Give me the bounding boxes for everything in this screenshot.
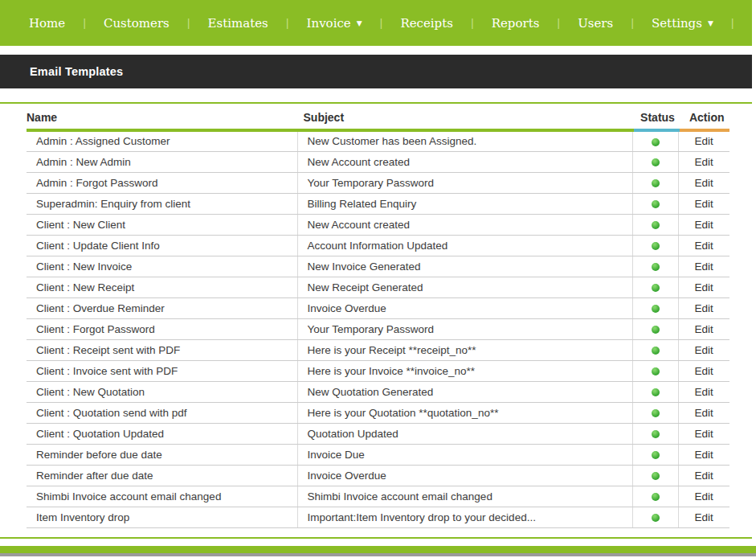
edit-link[interactable]: Edit: [695, 344, 713, 356]
edit-link[interactable]: Edit: [695, 428, 713, 440]
nav-item-label: Invoice: [307, 16, 351, 31]
template-subject-cell: Billing Related Enquiry: [297, 193, 632, 214]
template-action-cell: Edit: [678, 151, 729, 172]
template-status-cell: [632, 423, 678, 444]
template-action-cell: Edit: [678, 402, 729, 423]
template-subject-cell: Invoice Overdue: [297, 297, 632, 318]
template-status-cell: [632, 465, 678, 486]
page-title: Email Templates: [30, 65, 123, 78]
edit-link[interactable]: Edit: [695, 323, 713, 335]
template-action-cell: Edit: [678, 486, 729, 507]
nav-item-receipts[interactable]: Receipts: [400, 16, 453, 31]
chevron-down-icon: ▼: [708, 19, 713, 27]
edit-link[interactable]: Edit: [695, 407, 713, 419]
nav-separator: |: [557, 17, 560, 29]
edit-link[interactable]: Edit: [695, 449, 713, 461]
nav-item-estimates[interactable]: Estimates: [208, 16, 268, 31]
table-row: Admin : Forgot Password Your Temporary P…: [27, 172, 729, 193]
table-header-row: Name Subject Status Action: [27, 104, 729, 130]
template-action-cell: Edit: [678, 193, 729, 214]
edit-link[interactable]: Edit: [695, 177, 713, 189]
edit-link[interactable]: Edit: [695, 365, 713, 377]
email-templates-section: Name Subject Status Action Admin : Assig…: [27, 104, 729, 528]
template-subject-cell: Important:Item Inventory drop to your de…: [297, 507, 632, 527]
status-dot[interactable]: [652, 158, 660, 166]
status-dot[interactable]: [652, 242, 660, 250]
nav-item-settings[interactable]: Settings▼: [652, 16, 713, 31]
nav-item-invoice[interactable]: Invoice▼: [307, 16, 362, 31]
template-subject-cell: New Invoice Generated: [297, 256, 632, 277]
template-name-cell: Client : Invoice sent with PDF: [27, 360, 297, 381]
status-dot[interactable]: [652, 514, 660, 522]
edit-link[interactable]: Edit: [695, 240, 713, 252]
status-dot[interactable]: [652, 138, 660, 146]
template-status-cell: [632, 277, 678, 297]
template-status-cell: [632, 360, 678, 381]
template-subject-cell: Here is your Quotation **quotation_no**: [297, 402, 632, 423]
footer-gray-bar: [0, 553, 756, 556]
status-dot[interactable]: [652, 367, 660, 375]
column-header-name: Name: [27, 104, 297, 130]
template-name-cell: Client : Update Client Info: [27, 235, 297, 256]
table-row: Client : Invoice sent with PDF Here is y…: [27, 360, 729, 381]
status-dot[interactable]: [652, 263, 660, 271]
status-dot[interactable]: [652, 493, 660, 501]
edit-link[interactable]: Edit: [695, 302, 713, 314]
footer-accent-bar: [0, 546, 756, 553]
template-name-cell: Admin : Assigned Customer: [27, 130, 297, 151]
status-dot[interactable]: [652, 305, 660, 313]
template-status-cell: [632, 151, 678, 172]
template-subject-cell: Here is your Invoice **invoice_no**: [297, 360, 632, 381]
table-row: Client : Overdue Reminder Invoice Overdu…: [27, 297, 729, 318]
edit-link[interactable]: Edit: [695, 511, 713, 523]
edit-link[interactable]: Edit: [695, 156, 713, 168]
table-row: Client : Quotation Updated Quotation Upd…: [27, 423, 729, 444]
edit-link[interactable]: Edit: [695, 198, 713, 210]
template-status-cell: [632, 235, 678, 256]
email-templates-table: Name Subject Status Action Admin : Assig…: [27, 104, 729, 528]
nav-item-label: Settings: [652, 16, 702, 31]
template-name-cell: Client : Receipt sent with PDF: [27, 339, 297, 360]
template-action-cell: Edit: [678, 381, 729, 402]
template-subject-cell: Shimbi Invoice account email changed: [297, 486, 632, 507]
status-dot[interactable]: [652, 221, 660, 229]
table-row: Client : New Client New Account created …: [27, 214, 729, 235]
template-action-cell: Edit: [678, 297, 729, 318]
status-dot[interactable]: [652, 179, 660, 187]
status-dot[interactable]: [652, 430, 660, 438]
status-dot[interactable]: [652, 326, 660, 334]
template-status-cell: [632, 318, 678, 339]
edit-link[interactable]: Edit: [695, 135, 713, 147]
template-subject-cell: New Account created: [297, 214, 632, 235]
template-subject-cell: Your Temporary Password: [297, 318, 632, 339]
edit-link[interactable]: Edit: [695, 219, 713, 231]
edit-link[interactable]: Edit: [695, 470, 713, 482]
status-dot[interactable]: [652, 284, 660, 292]
table-row: Client : Forgot Password Your Temporary …: [27, 318, 729, 339]
page: Home | Customers | Estimates | Invoice▼ …: [0, 0, 752, 546]
template-name-cell: Reminder before due date: [27, 444, 297, 465]
table-row: Item Inventory drop Important:Item Inven…: [27, 507, 729, 527]
template-name-cell: Superadmin: Enquiry from client: [27, 193, 297, 214]
status-dot[interactable]: [652, 200, 660, 208]
chevron-down-icon: ▼: [357, 19, 362, 27]
nav-item-home[interactable]: Home: [29, 16, 65, 31]
edit-link[interactable]: Edit: [695, 261, 713, 273]
status-dot[interactable]: [652, 472, 660, 480]
edit-link[interactable]: Edit: [695, 490, 713, 503]
edit-link[interactable]: Edit: [695, 281, 713, 293]
template-name-cell: Reminder after due date: [27, 465, 297, 486]
nav-item-customers[interactable]: Customers: [104, 16, 170, 31]
status-dot[interactable]: [652, 409, 660, 417]
nav-separator: |: [379, 17, 382, 29]
nav-item-users[interactable]: Users: [578, 16, 613, 31]
status-dot[interactable]: [652, 388, 660, 396]
status-dot[interactable]: [652, 347, 660, 355]
template-subject-cell: Your Temporary Password: [297, 172, 632, 193]
template-name-cell: Admin : Forgot Password: [27, 172, 297, 193]
template-subject-cell: Here is your Receipt **receipt_no**: [297, 339, 632, 360]
nav-item-reports[interactable]: Reports: [492, 16, 540, 31]
edit-link[interactable]: Edit: [695, 386, 713, 398]
template-subject-cell: Invoice Overdue: [297, 465, 632, 486]
status-dot[interactable]: [652, 451, 660, 459]
